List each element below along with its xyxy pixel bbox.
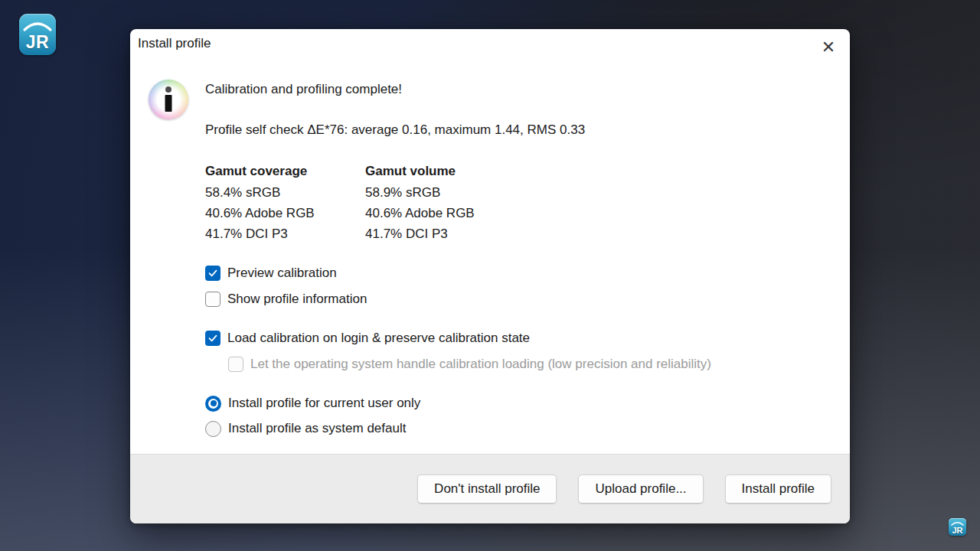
checkbox-checked-icon [205,266,220,281]
checkbox-disabled-icon [228,357,243,372]
jr-logo-text: JR [26,34,49,51]
radio-label: Install profile for current user only [228,395,420,412]
checkbox-checked-icon [205,331,220,346]
checkbox-label: Let the operating system handle calibrat… [250,356,711,373]
gamut-volume-adobe-rgb: 40.6% Adobe RGB [365,203,525,223]
gamut-coverage-srgb: 58.4% sRGB [205,182,365,203]
jr-logo-text: JR [952,527,962,535]
checkbox-unchecked-icon [205,292,220,307]
gamut-coverage-dci-p3: 41.7% DCI P3 [205,223,365,244]
checkbox-os-handle-calibration: Let the operating system handle calibrat… [228,356,711,373]
close-icon: ✕ [822,39,835,56]
checkbox-preview-calibration[interactable]: Preview calibration [205,265,337,282]
install-profile-dialog: Install profile ✕ Calibration and profil… [130,29,850,523]
checkbox-label: Load calibration on login & preserve cal… [227,330,530,347]
radio-install-current-user-only[interactable]: Install profile for current user only [205,395,420,412]
gamut-coverage-header: Gamut coverage [205,161,365,182]
checkbox-show-profile-information[interactable]: Show profile information [205,291,367,308]
info-icon-stem [165,95,172,112]
radio-install-system-default[interactable]: Install profile as system default [205,420,406,437]
dialog-title: Install profile [138,36,211,51]
install-profile-button[interactable]: Install profile [725,474,831,504]
gamut-table: Gamut coverage 58.4% sRGB 40.6% Adobe RG… [205,161,525,244]
jr-watermark-logo-bottom-right: JR [949,518,966,536]
info-icon-dot [165,86,172,93]
close-button[interactable]: ✕ [815,34,842,61]
radio-unselected-icon [205,421,221,437]
jr-watermark-logo-top-left: JR [19,14,56,55]
gamut-volume-dci-p3: 41.7% DCI P3 [365,223,525,244]
upload-profile-button[interactable]: Upload profile... [578,474,703,504]
checkbox-label: Preview calibration [227,265,337,282]
radio-label: Install profile as system default [228,420,406,437]
gamut-volume-header: Gamut volume [365,161,525,182]
gamut-volume-srgb: 58.9% sRGB [365,182,525,203]
dialog-footer: Don't install profile Upload profile... … [130,454,850,523]
gamut-volume-column: Gamut volume 58.9% sRGB 40.6% Adobe RGB … [365,161,525,244]
completion-message: Calibration and profiling complete! [205,82,402,97]
dont-install-profile-button[interactable]: Don't install profile [417,474,557,504]
radio-inner-dot [211,400,217,406]
self-check-summary: Profile self check ΔE*76: average 0.16, … [205,122,585,138]
checkbox-label: Show profile information [227,291,367,308]
desktop-background: JR JR Install profile ✕ Calibration and … [0,0,980,551]
radio-selected-icon [205,396,221,412]
gamut-coverage-adobe-rgb: 40.6% Adobe RGB [205,203,365,223]
gamut-coverage-column: Gamut coverage 58.4% sRGB 40.6% Adobe RG… [205,161,365,244]
radio-inner-ring [208,399,218,409]
info-icon [149,80,188,119]
checkbox-load-calibration-on-login[interactable]: Load calibration on login & preserve cal… [205,330,530,347]
